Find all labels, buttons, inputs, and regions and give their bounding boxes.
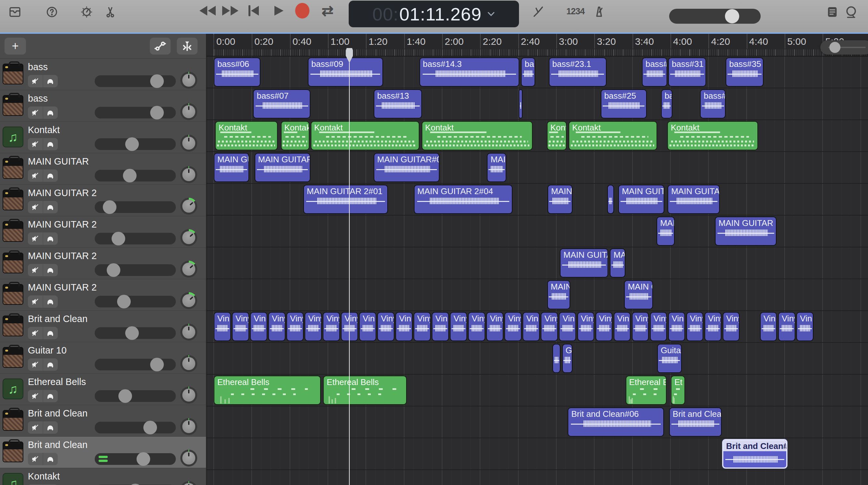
mute-button[interactable] [28,359,43,371]
track-row-13[interactable]: Brit and Clean [0,437,206,468]
region[interactable]: Kontakt [215,121,277,150]
track-volume-knob[interactable] [150,106,164,119]
pan-knob[interactable] [180,261,197,278]
region[interactable]: MAIN GUITAR 2# [715,217,776,246]
pan-knob[interactable] [180,72,197,89]
solo-button[interactable] [43,232,58,245]
region[interactable]: Vin [668,312,685,341]
mute-button[interactable] [28,169,43,182]
region[interactable]: Kont [547,121,567,150]
mute-button[interactable] [28,232,43,245]
track-volume-knob[interactable] [150,358,164,371]
track-volume-knob[interactable] [118,389,132,403]
region[interactable]: Kontakt [667,121,758,150]
region[interactable]: MAIN GUITAR#08 [374,153,439,182]
region[interactable]: Viny [577,312,595,341]
solo-button[interactable] [43,264,58,276]
pan-knob[interactable] [180,387,197,403]
region[interactable]: bass# [642,57,667,87]
track-volume-knob[interactable] [136,452,150,466]
mute-button[interactable] [28,138,43,150]
metronome-icon[interactable] [591,4,607,20]
region[interactable]: MAIN GUITAR 2#04 [414,185,513,214]
solo-button[interactable] [43,295,58,308]
region[interactable]: Kontakt [422,121,533,150]
smart-controls-icon[interactable] [79,4,94,20]
lcd-display[interactable]: 00: 01:11.269 [349,1,519,27]
pan-knob[interactable] [180,229,197,246]
region[interactable]: Vin [796,312,813,341]
pan-knob[interactable] [180,481,197,485]
region[interactable]: G [562,344,573,373]
track-row-14[interactable]: ♫Kontakt [0,468,206,485]
region[interactable]: MAIN GUI [214,153,249,182]
region[interactable]: Viny [686,312,704,341]
quick-help-icon[interactable] [843,4,860,20]
pan-knob[interactable] [180,103,197,120]
pan-knob[interactable] [180,418,197,435]
region[interactable]: MAI [487,153,506,182]
region[interactable]: Vin [559,312,576,341]
help-icon[interactable] [44,4,60,20]
pan-knob[interactable] [180,292,197,309]
region[interactable]: bass#31 [668,57,706,87]
track-row-11[interactable]: ♫Ethereal Bells [0,374,206,405]
track-volume-slider[interactable] [95,170,176,181]
mute-button[interactable] [28,453,43,465]
solo-button[interactable] [43,359,58,371]
track-row-7[interactable]: MAIN GUITAR 2 [0,248,206,279]
region[interactable]: MAIN GUITAR# [255,153,310,182]
record-button[interactable] [294,4,310,17]
region[interactable]: Viny [650,312,667,341]
region[interactable]: Vin [359,312,376,341]
track-volume-knob[interactable] [103,200,117,214]
region[interactable] [519,89,522,118]
zoom-slider-knob[interactable] [829,42,840,53]
solo-button[interactable] [43,201,58,213]
zoom-slider[interactable] [820,40,868,55]
time-ruler[interactable]: 0:000:200:401:001:201:402:002:202:403:00… [207,34,868,56]
track-row-9[interactable]: Brit and Clean [0,311,206,342]
solo-button[interactable] [43,453,58,465]
region[interactable]: MA [610,248,625,278]
pan-knob[interactable] [180,355,197,372]
mute-button[interactable] [28,75,43,87]
region[interactable]: Kontakt [281,121,310,150]
region[interactable]: bass#13 [374,89,422,118]
region[interactable]: MAIN GUITA [560,248,608,278]
region[interactable]: Brit and Clean#06 [568,407,664,437]
track-volume-slider[interactable] [95,138,176,150]
track-volume-slider[interactable] [95,107,176,118]
mute-button[interactable] [28,264,43,276]
track-volume-knob[interactable] [123,169,136,182]
region[interactable]: bass# [700,89,725,118]
master-volume-knob[interactable] [725,9,739,23]
region[interactable]: Viny [305,312,322,341]
region[interactable] [552,344,560,373]
fast-forward-button[interactable] [221,6,239,16]
region[interactable]: Guitar [657,344,682,373]
region[interactable] [607,185,614,214]
region[interactable]: bass#09 [308,57,383,87]
solo-button[interactable] [43,107,58,119]
region[interactable]: Viny [377,312,395,341]
track-volume-slider[interactable] [95,359,176,370]
region[interactable]: Viny [541,312,558,341]
track-volume-slider[interactable] [95,233,176,245]
region[interactable]: Ethereal Bells [323,376,407,405]
region[interactable]: bass#06 [214,57,260,87]
track-row-10[interactable]: Guitar 10 [0,342,206,374]
pan-knob[interactable] [180,324,197,341]
tuner-icon[interactable] [530,4,546,20]
add-track-button[interactable]: + [4,38,26,55]
track-volume-knob[interactable] [117,295,131,308]
pan-knob[interactable] [180,450,197,466]
region[interactable]: Viny [632,312,649,341]
solo-button[interactable] [43,138,58,150]
track-row-12[interactable]: Brit and Clean [0,405,206,437]
region[interactable]: Vin [395,312,412,341]
region[interactable]: Viny [268,312,285,341]
region[interactable]: Viny [286,312,304,341]
solo-button[interactable] [43,390,58,402]
region[interactable]: Vin [214,312,231,341]
